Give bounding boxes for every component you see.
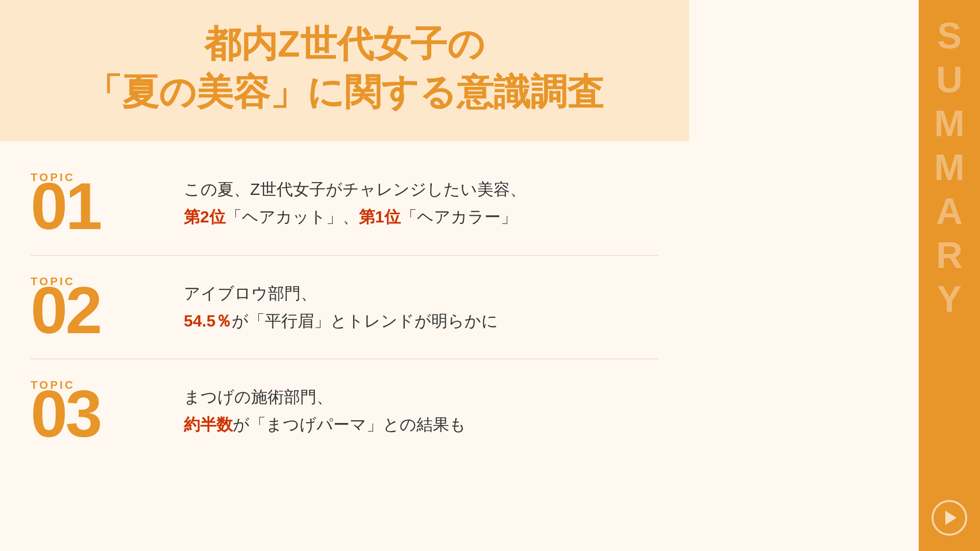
topic-02-description: アイブロウ部門、 54.5％が「平行眉」とトレンドが明らかに: [174, 280, 658, 335]
topic-01-highlight2: 第1位: [359, 208, 401, 226]
header-title-line1: 都内Z世代女子の: [31, 20, 658, 68]
topic-03-description: まつげの施術部門、 約半数が「まつげパーマ」との結果も: [174, 383, 658, 439]
topic-02-highlight1: 54.5％: [184, 312, 232, 330]
topic-03-highlight1: 約半数: [184, 415, 233, 434]
sidebar-play-button[interactable]: [932, 500, 967, 536]
topic-02-item: TOPIC 02 アイブロウ部門、 54.5％が「平行眉」とトレンドが明らかに: [31, 256, 658, 360]
header-section: 都内Z世代女子の 「夏の美容」に関する意識調査: [0, 0, 689, 141]
topic-01-description: この夏、Z世代女子がチャレンジしたい美容、 第2位「ヘアカット」、第1位「ヘアカ…: [174, 176, 658, 231]
topic-03-middle: が「まつげパーマ」との結果も: [233, 415, 466, 434]
header-title-line2: 「夏の美容」に関する意識調査: [31, 68, 658, 116]
topic-01-middle: 「ヘアカット」、: [226, 208, 359, 226]
topic-01-after: 「ヘアカラー」: [401, 208, 517, 226]
topic-02-number: 02: [31, 282, 101, 339]
main-content: TOPIC 01 この夏、Z世代女子がチャレンジしたい美容、 第2位「ヘアカット…: [0, 141, 689, 473]
topic-03-item: TOPIC 03 まつげの施術部門、 約半数が「まつげパーマ」との結果も: [31, 359, 658, 463]
topic-02-label: TOPIC 02: [31, 276, 174, 339]
topic-01-label: TOPIC 01: [31, 172, 174, 235]
topic-01-item: TOPIC 01 この夏、Z世代女子がチャレンジしたい美容、 第2位「ヘアカット…: [31, 152, 658, 256]
topic-02-desc-plain: アイブロウ部門、: [184, 284, 317, 303]
topic-03-label: TOPIC 03: [31, 380, 174, 442]
header-title: 都内Z世代女子の 「夏の美容」に関する意識調査: [31, 20, 658, 116]
topic-03-number: 03: [31, 386, 101, 442]
topic-01-desc-plain: この夏、Z世代女子がチャレンジしたい美容、: [184, 180, 526, 198]
sidebar-summary-text: SUMMARY: [931, 15, 968, 322]
topic-01-number: 01: [31, 178, 101, 235]
topic-02-middle: が「平行眉」とトレンドが明らかに: [232, 312, 498, 330]
topic-01-highlight1: 第2位: [184, 208, 226, 226]
sidebar-play-icon: [945, 511, 957, 525]
topic-03-desc-plain: まつげの施術部門、: [184, 388, 333, 406]
sidebar: SUMMARY: [919, 0, 980, 551]
